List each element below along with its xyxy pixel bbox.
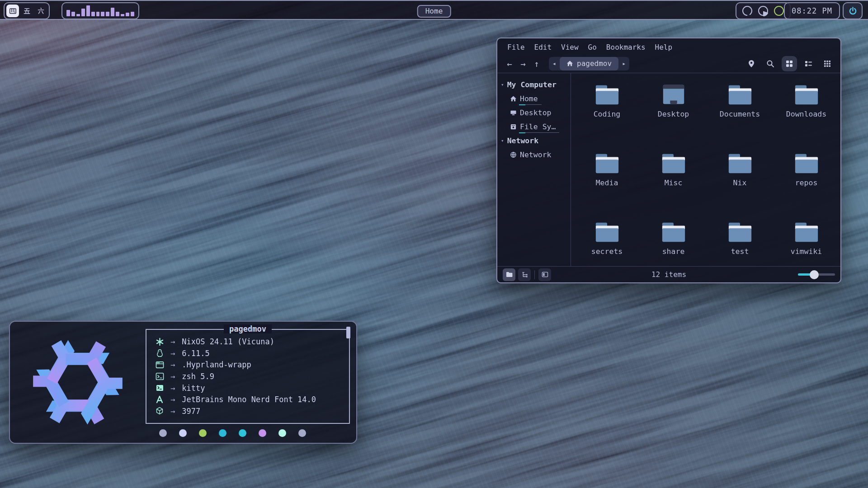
folder-icon (727, 221, 753, 243)
visualizer-bar (91, 12, 95, 16)
sidebar-item-home[interactable]: Home (501, 92, 569, 106)
folder-name: share (662, 247, 685, 256)
kernel-icon (156, 349, 164, 357)
folder-icon (727, 152, 753, 174)
folder-name: Media (596, 178, 618, 187)
sidebar-item-network[interactable]: Network (501, 148, 569, 162)
desktop-icon (510, 109, 517, 116)
arrow-icon: → (170, 395, 175, 404)
folder-icon (594, 83, 620, 106)
path-bar: ◂ pagedmov ▸ (549, 57, 629, 70)
nixos-icon (156, 338, 164, 346)
path-scroll-left-icon[interactable]: ◂ (549, 60, 560, 67)
visualizer-bar (116, 12, 119, 16)
folder-icon (727, 83, 753, 106)
folder-icon (660, 221, 687, 243)
list-view-button[interactable] (801, 56, 816, 71)
arrow-icon: → (170, 360, 175, 369)
workspace-5[interactable] (20, 5, 33, 17)
sidebar-item-filesystem[interactable]: File Sy… (501, 120, 569, 134)
visualizer-bar (101, 12, 104, 16)
folder-small-icon (506, 272, 513, 277)
path-tab-home[interactable]: pagedmov (560, 57, 618, 70)
visualizer-bar (86, 5, 90, 16)
forward-button[interactable]: → (516, 57, 530, 70)
menu-file[interactable]: File (507, 43, 525, 52)
desktop-folder-icon (660, 83, 687, 106)
palette-dot (259, 429, 266, 437)
search-button[interactable] (763, 56, 778, 71)
menu-edit[interactable]: Edit (534, 43, 552, 52)
visualizer-bar (126, 13, 129, 16)
folder-tile[interactable]: repos (773, 147, 840, 216)
compact-view-icon (824, 60, 831, 67)
compact-view-button[interactable] (820, 56, 835, 71)
search-icon (766, 60, 774, 68)
filesystem-icon (510, 123, 517, 130)
folder-view: Coding Desktop (571, 73, 840, 266)
visualizer-bar (131, 12, 134, 16)
power-button[interactable] (843, 2, 863, 19)
workspace-6[interactable] (34, 5, 47, 17)
folder-tile[interactable]: Documents (707, 79, 773, 147)
show-tree-toggle[interactable] (518, 268, 531, 281)
sidebar-section-network[interactable]: ▾ Network (501, 134, 569, 148)
statusbar-separator (534, 270, 535, 279)
menu-bookmarks[interactable]: Bookmarks (606, 43, 646, 52)
font-icon (156, 395, 164, 404)
folder-tile[interactable]: Media (574, 147, 640, 216)
sidebar-section-my-computer[interactable]: ▾ My Computer (501, 78, 569, 92)
sidebar-item-desktop[interactable]: Desktop (501, 106, 569, 120)
fetch-line-kernel: → 6.11.5 (155, 348, 341, 359)
path-scroll-right-icon[interactable]: ▸ (618, 60, 629, 67)
slider-knob[interactable] (810, 270, 819, 279)
file-manager-menubar: File Edit View Go Bookmarks Help (497, 38, 840, 54)
folder-tile[interactable]: Misc (640, 147, 707, 216)
tree-view-icon (521, 272, 528, 278)
folder-name: Nix (733, 178, 747, 187)
visualizer-bar (71, 12, 75, 16)
path-current-folder: pagedmov (577, 59, 612, 68)
nix-snowflake (29, 334, 127, 431)
folder-icon (793, 152, 820, 174)
icon-view-button[interactable] (782, 56, 797, 71)
fetch-hostname: pagedmov (224, 324, 272, 333)
sidebar-toggle-icon (542, 272, 548, 277)
icon-size-slider[interactable] (798, 271, 835, 279)
terminal-window: pagedmov → NixOS 24.11 (Vicuna) → (9, 321, 357, 444)
folder-icon (793, 221, 820, 243)
palette-row (159, 429, 306, 437)
status-ring-icon (758, 6, 768, 16)
file-manager-toolbar: ← → ↑ ◂ pagedmov ▸ (497, 54, 840, 73)
audio-visualizer (61, 2, 139, 19)
visualizer-bar (81, 9, 85, 16)
folder-tile[interactable]: Nix (707, 147, 773, 216)
top-status-bar: Home 08:22 PM (0, 0, 868, 20)
menu-help[interactable]: Help (655, 43, 673, 52)
show-folders-toggle[interactable] (503, 268, 515, 281)
fetch-line-shell: → zsh 5.9 (155, 371, 341, 382)
focused-window-title: Home (417, 5, 451, 18)
folder-name: vimwiki (791, 247, 822, 256)
toggle-sidebar-button[interactable] (538, 268, 551, 281)
clock[interactable]: 08:22 PM (784, 2, 840, 19)
status-rings (736, 2, 791, 19)
visualizer-bar (66, 10, 70, 17)
menu-go[interactable]: Go (588, 43, 597, 52)
fetch-line-terminal: → kitty (155, 383, 341, 394)
menu-view[interactable]: View (561, 43, 579, 52)
folder-tile[interactable]: Desktop (640, 79, 707, 147)
folder-icon (660, 152, 687, 174)
palette-dot (159, 429, 167, 437)
back-button[interactable]: ← (503, 57, 516, 70)
fetch-line-wm: → .Hyprland-wrapp (155, 359, 341, 370)
up-button[interactable]: ↑ (530, 57, 543, 70)
location-pin-button[interactable] (744, 56, 759, 71)
folder-tile[interactable]: Downloads (773, 79, 840, 147)
workspace-4[interactable] (6, 5, 19, 17)
folder-tile[interactable]: Coding (574, 79, 640, 147)
fetch-lines: → NixOS 24.11 (Vicuna) → 6.11.5 → (155, 336, 341, 417)
workspace-switcher (4, 2, 50, 19)
home-icon (510, 95, 517, 102)
fetch-panel: pagedmov → NixOS 24.11 (Vicuna) → (146, 329, 350, 424)
